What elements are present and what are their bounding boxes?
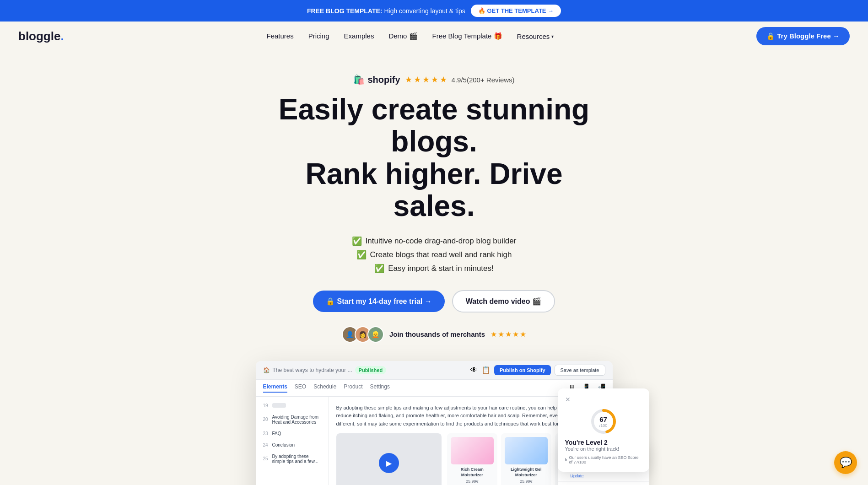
social-stars: ★ ★ ★ ★ ★ xyxy=(491,330,526,339)
product-price-2: 25.99€ xyxy=(505,479,548,484)
product-name-1: Rich Cream Moisturizer xyxy=(451,467,494,478)
sidebar-item-25[interactable]: 25 By adopting these simple tips and a f… xyxy=(259,451,325,467)
social-proof-text: Join thousands of merchants xyxy=(389,330,485,338)
star-3: ★ xyxy=(422,75,430,85)
check-icon-2: ✅ xyxy=(356,250,367,260)
tab-product[interactable]: Product xyxy=(344,383,362,393)
nav-item-demo[interactable]: Demo 🎬 xyxy=(388,32,417,40)
nav-item-pricing[interactable]: Pricing xyxy=(308,32,329,40)
seo-popup-close[interactable]: ✕ xyxy=(565,396,571,403)
rating-text: 4.9/5(200+ Reviews) xyxy=(452,76,515,84)
seo-score-popup: ✕ 67 /100 You're Level 2 You're on the r… xyxy=(558,388,649,472)
hero-features: ✅Intuitive no-code drag-and-drop blog bu… xyxy=(9,236,859,274)
banner-cta[interactable]: 🔥 GET THE TEMPLATE → xyxy=(471,5,561,17)
sidebar-item-19[interactable]: 19 xyxy=(259,400,325,411)
star-5: ★ xyxy=(440,75,447,85)
chevron-down-icon: ▾ xyxy=(551,34,554,39)
feature-3: ✅Easy import & start in minutes! xyxy=(9,264,859,274)
save-template-btn[interactable]: Save as template xyxy=(555,365,605,376)
sidebar-item-23[interactable]: 23 FAQ xyxy=(259,428,325,439)
chat-button[interactable]: 💬 xyxy=(834,451,857,474)
seo-popup-header: ✕ xyxy=(565,396,642,403)
ss-product-1: Rich Cream Moisturizer 25.99€ xyxy=(447,433,497,485)
shopify-logo: 🛍️ shopify xyxy=(353,74,400,85)
sidebar-thumb xyxy=(272,403,286,408)
product-price-1: 25.99€ xyxy=(451,479,494,484)
hero-title: Easily create stunning blogs. Rank highe… xyxy=(274,93,594,222)
banner-desc: High converting layout & tips xyxy=(383,7,465,15)
check-icon-1: ✅ xyxy=(352,236,362,246)
product-img-1 xyxy=(451,437,494,464)
social-star-5: ★ xyxy=(520,330,526,339)
product-name-2: Lightweight Gel Moisturizer xyxy=(505,467,548,478)
published-badge: Published xyxy=(355,366,387,374)
nav-item-resources[interactable]: Resources ▾ xyxy=(517,32,554,40)
tab-seo[interactable]: SEO xyxy=(295,383,306,393)
logo[interactable]: bloggle. xyxy=(18,29,64,43)
update-link-1[interactable]: Update xyxy=(571,474,584,478)
nav-item-examples[interactable]: Examples xyxy=(344,32,374,40)
product-img-2 xyxy=(505,437,548,464)
social-star-4: ★ xyxy=(512,330,519,339)
ss-product-2: Lightweight Gel Moisturizer 25.99€ xyxy=(501,433,551,485)
sidebar-item-24[interactable]: 24 Conclusion xyxy=(259,440,325,450)
to-solve-item-2: Meta description should be between 130 a… xyxy=(558,482,649,485)
ss-url-bar: 🏠 The best ways to hydrate your ... Publ… xyxy=(263,366,387,374)
ss-topbar: 🏠 The best ways to hydrate your ... Publ… xyxy=(256,361,613,380)
ss-editor-sidebar: 19 20 Avoiding Damage from Heat and Acce… xyxy=(256,397,329,485)
chat-icon: 💬 xyxy=(840,457,852,469)
social-proof: 👤 👩 👱 Join thousands of merchants ★ ★ ★ … xyxy=(9,326,859,343)
publish-btn[interactable]: Publish on Shopify xyxy=(494,365,551,375)
shopify-mini-icon: b xyxy=(565,458,567,462)
social-star-1: ★ xyxy=(491,330,497,339)
star-1: ★ xyxy=(405,75,412,85)
check-icon-3: ✅ xyxy=(374,264,384,274)
star-rating: ★ ★ ★ ★ ★ xyxy=(405,75,447,85)
feature-1: ✅Intuitive no-code drag-and-drop blog bu… xyxy=(9,236,859,246)
tab-elements[interactable]: Elements xyxy=(263,383,287,393)
star-4: ★ xyxy=(431,75,438,85)
copy-icon[interactable]: 📋 xyxy=(481,366,491,374)
watch-demo-button[interactable]: Watch demo video 🎬 xyxy=(452,290,555,313)
avatar-3: 👱 xyxy=(367,326,384,343)
top-banner: FREE BLOG TEMPLATE: High converting layo… xyxy=(0,0,868,22)
tab-schedule[interactable]: Schedule xyxy=(313,383,336,393)
seo-ring: 67 /100 xyxy=(590,408,617,435)
nav-links: Features Pricing Examples Demo 🎬 Free Bl… xyxy=(267,32,554,40)
ss-video-placeholder[interactable]: ▶ xyxy=(336,433,442,485)
star-2: ★ xyxy=(414,75,421,85)
screenshot-section: 🏠 The best ways to hydrate your ... Publ… xyxy=(247,361,622,485)
hero-buttons: 🔒 Start my 14-day free trial → Watch dem… xyxy=(9,290,859,313)
social-star-2: ★ xyxy=(498,330,504,339)
navbar: bloggle. Features Pricing Examples Demo … xyxy=(0,22,868,51)
start-trial-button[interactable]: 🔒 Start my 14-day free trial → xyxy=(313,291,445,312)
seo-note: b Our users usually have an SEO Score of… xyxy=(565,455,642,464)
avatars: 👤 👩 👱 xyxy=(342,326,384,343)
nav-item-free-template[interactable]: Free Blog Template 🎁 xyxy=(432,32,502,40)
home-icon: 🏠 xyxy=(263,367,270,373)
sidebar-item-20[interactable]: 20 Avoiding Damage from Heat and Accesso… xyxy=(259,412,325,427)
hero-section: 🛍️ shopify ★ ★ ★ ★ ★ 4.9/5(200+ Reviews)… xyxy=(0,51,868,361)
seo-score-label: 67 /100 xyxy=(599,415,608,427)
eye-icon[interactable]: 👁 xyxy=(470,366,478,374)
shopify-icon: 🛍️ xyxy=(353,74,365,85)
banner-link[interactable]: FREE BLOG TEMPLATE: xyxy=(307,7,383,15)
shopify-badge: 🛍️ shopify ★ ★ ★ ★ ★ 4.9/5(200+ Reviews) xyxy=(353,74,514,85)
feature-2: ✅Create blogs that read well and rank hi… xyxy=(9,250,859,260)
tab-settings[interactable]: Settings xyxy=(370,383,390,393)
ss-actions: 👁 📋 Publish on Shopify Save as template xyxy=(470,365,605,376)
play-button[interactable]: ▶ xyxy=(379,453,399,473)
seo-popup-sub: You're on the right track! xyxy=(565,446,642,452)
social-star-3: ★ xyxy=(505,330,512,339)
nav-item-features[interactable]: Features xyxy=(267,32,294,40)
seo-popup-title: You're Level 2 xyxy=(565,439,642,446)
nav-cta-button[interactable]: 🔒 Try Bloggle Free → xyxy=(756,27,850,45)
